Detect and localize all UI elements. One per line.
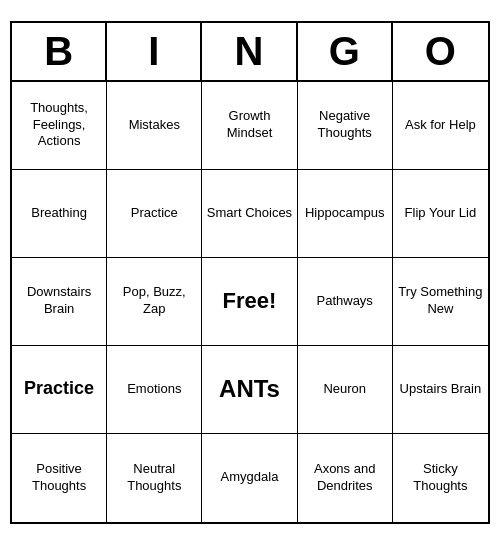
bingo-cell-2: Growth Mindset (202, 82, 297, 170)
bingo-cell-23: Axons and Dendrites (298, 434, 393, 522)
bingo-cell-12: Free! (202, 258, 297, 346)
header-letter: N (202, 23, 297, 80)
bingo-cell-21: Neutral Thoughts (107, 434, 202, 522)
bingo-header: BINGO (12, 23, 488, 82)
header-letter: I (107, 23, 202, 80)
bingo-cell-0: Thoughts, Feelings, Actions (12, 82, 107, 170)
bingo-grid: Thoughts, Feelings, ActionsMistakesGrowt… (12, 82, 488, 522)
bingo-cell-16: Emotions (107, 346, 202, 434)
bingo-cell-3: Negative Thoughts (298, 82, 393, 170)
bingo-cell-18: Neuron (298, 346, 393, 434)
bingo-cell-22: Amygdala (202, 434, 297, 522)
bingo-cell-17: ANTs (202, 346, 297, 434)
bingo-cell-24: Sticky Thoughts (393, 434, 488, 522)
bingo-cell-20: Positive Thoughts (12, 434, 107, 522)
bingo-cell-14: Try Something New (393, 258, 488, 346)
bingo-cell-5: Breathing (12, 170, 107, 258)
bingo-card: BINGO Thoughts, Feelings, ActionsMistake… (10, 21, 490, 524)
bingo-cell-9: Flip Your Lid (393, 170, 488, 258)
bingo-cell-11: Pop, Buzz, Zap (107, 258, 202, 346)
header-letter: B (12, 23, 107, 80)
bingo-cell-19: Upstairs Brain (393, 346, 488, 434)
bingo-cell-15: Practice (12, 346, 107, 434)
bingo-cell-13: Pathways (298, 258, 393, 346)
bingo-cell-6: Practice (107, 170, 202, 258)
bingo-cell-4: Ask for Help (393, 82, 488, 170)
header-letter: O (393, 23, 488, 80)
header-letter: G (298, 23, 393, 80)
bingo-cell-7: Smart Choices (202, 170, 297, 258)
bingo-cell-10: Downstairs Brain (12, 258, 107, 346)
bingo-cell-1: Mistakes (107, 82, 202, 170)
bingo-cell-8: Hippocampus (298, 170, 393, 258)
